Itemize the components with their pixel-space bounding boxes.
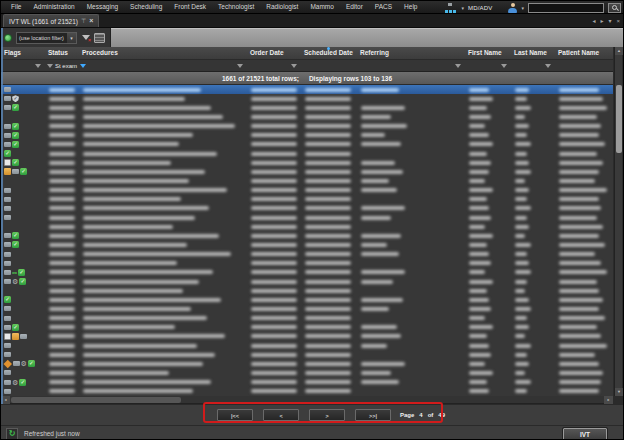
table-row[interactable] xyxy=(1,186,613,195)
tab-scroll-right-icon[interactable]: ▸ xyxy=(600,17,603,25)
table-row[interactable] xyxy=(1,368,613,377)
menu-file[interactable]: File xyxy=(5,1,27,13)
clear-filter-icon[interactable]: × xyxy=(81,33,90,42)
table-row[interactable]: ∞✓ xyxy=(1,268,613,277)
table-row[interactable] xyxy=(1,176,613,185)
table-row[interactable]: ⚙✓ xyxy=(1,378,613,387)
filter-cell-scheduled-date[interactable] xyxy=(301,60,357,71)
table-row[interactable] xyxy=(1,222,613,231)
table-row[interactable]: ✓ xyxy=(1,103,613,112)
table-row[interactable] xyxy=(1,259,613,268)
scroll-down-icon[interactable]: ▼ xyxy=(615,388,623,396)
column-header-scheduled-date[interactable]: Scheduled Date xyxy=(301,47,357,59)
filter-cell-referring[interactable] xyxy=(357,60,465,71)
previous-page-button[interactable]: < xyxy=(263,409,299,421)
table-row[interactable] xyxy=(1,250,613,259)
column-header-flags[interactable]: Flags xyxy=(1,47,45,59)
column-header-referring[interactable]: Referring xyxy=(357,47,465,59)
filter-funnel-icon[interactable] xyxy=(545,64,551,68)
column-header-patient-name[interactable]: Patient Name xyxy=(555,47,613,59)
menu-administration[interactable]: Administration xyxy=(27,1,80,13)
tab-ivt-worklist[interactable]: IVT WL (1661 of 21521) ⊤ × xyxy=(3,14,99,27)
scroll-up-icon[interactable]: ▲ xyxy=(615,47,623,55)
vertical-scrollbar[interactable]: ▲ ▼ xyxy=(614,47,622,396)
table-row[interactable]: ⚙✓ xyxy=(1,359,613,368)
user-icon[interactable] xyxy=(508,3,517,13)
menu-help[interactable]: Help xyxy=(398,1,423,13)
table-row[interactable]: ✓ xyxy=(1,131,613,140)
hierarchy-icon[interactable] xyxy=(444,3,457,13)
filter-funnel-icon[interactable] xyxy=(501,64,507,68)
tab-scroll-left-icon[interactable]: ◂ xyxy=(592,17,595,25)
ivt-context-button[interactable]: IVT xyxy=(563,428,607,440)
table-row[interactable] xyxy=(1,204,613,213)
filter-funnel-icon[interactable] xyxy=(35,64,41,68)
table-row[interactable]: ✓ xyxy=(1,240,613,249)
menu-mammo[interactable]: Mammo xyxy=(304,1,339,13)
refresh-icon[interactable]: ↻ xyxy=(6,428,18,440)
filter-cell-order-date[interactable] xyxy=(247,60,301,71)
chevron-down-icon[interactable]: ▾ xyxy=(521,3,524,13)
first-page-button[interactable]: |<< xyxy=(217,409,253,421)
filter-funnel-icon[interactable] xyxy=(47,64,53,68)
filter-funnel-icon[interactable] xyxy=(237,64,243,68)
table-row[interactable] xyxy=(1,304,613,313)
menu-editor[interactable]: Editor xyxy=(340,1,369,13)
grid-layout-icon[interactable] xyxy=(94,33,105,43)
next-page-button[interactable]: > xyxy=(309,409,345,421)
table-row[interactable]: ✓ xyxy=(1,122,613,131)
menu-pacs[interactable]: PACS xyxy=(369,1,398,13)
filter-cell-procedures[interactable] xyxy=(79,60,247,71)
horizontal-scroll-thumb[interactable] xyxy=(11,397,181,403)
menu-front-desk[interactable]: Front Desk xyxy=(168,1,212,13)
table-row[interactable]: ✓ xyxy=(1,149,613,158)
vertical-scroll-thumb[interactable] xyxy=(616,85,622,153)
filter-cell-first-name[interactable] xyxy=(465,60,511,71)
tab-close-all-icon[interactable]: × xyxy=(616,17,620,25)
filter-funnel-icon[interactable] xyxy=(291,64,297,68)
table-row[interactable]: ✓ xyxy=(1,231,613,240)
table-row[interactable]: ✓ xyxy=(1,323,613,332)
table-row[interactable]: ✓ xyxy=(1,167,613,176)
table-row[interactable] xyxy=(1,341,613,350)
chevron-down-icon[interactable]: ▾ xyxy=(67,33,76,43)
scroll-right-icon[interactable]: ▸ xyxy=(604,396,613,404)
table-row[interactable] xyxy=(1,332,613,341)
table-row[interactable] xyxy=(1,112,613,121)
table-row[interactable]: ✓ xyxy=(1,295,613,304)
table-row[interactable]: ✓ xyxy=(1,158,613,167)
pin-icon[interactable]: ⊤ xyxy=(81,16,86,26)
search-input[interactable] xyxy=(528,3,604,13)
table-row[interactable]: ✓ xyxy=(1,94,613,103)
table-row[interactable] xyxy=(1,314,613,323)
filter-cell-flags[interactable] xyxy=(1,60,45,71)
location-filter-dropdown[interactable]: (use location filter) ▾ xyxy=(16,32,77,44)
horizontal-scrollbar[interactable]: ◂ ▸ xyxy=(1,396,613,404)
column-header-order-date[interactable]: Order Date xyxy=(247,47,301,59)
menu-radiologist[interactable]: Radiologist xyxy=(260,1,304,13)
filter-cell-status[interactable]: St exam xyxy=(45,60,79,71)
column-header-first-name[interactable]: First Name xyxy=(465,47,511,59)
filter-cell-last-name[interactable] xyxy=(511,60,555,71)
table-row[interactable]: ✓ xyxy=(1,140,613,149)
table-row[interactable] xyxy=(1,213,613,222)
table-row[interactable] xyxy=(1,387,613,396)
table-row[interactable]: ⚙✓ xyxy=(1,277,613,286)
column-header-status[interactable]: Status xyxy=(45,47,79,59)
menu-messaging[interactable]: Messaging xyxy=(81,1,124,13)
close-icon[interactable]: × xyxy=(89,16,93,26)
search-button[interactable] xyxy=(608,3,621,13)
table-row[interactable] xyxy=(1,286,613,295)
menu-technologist[interactable]: Technologist xyxy=(212,1,260,13)
column-header-procedures[interactable]: Procedures xyxy=(79,47,247,59)
filter-cell-patient-name[interactable] xyxy=(555,60,613,71)
menu-scheduling[interactable]: Scheduling xyxy=(124,1,168,13)
chevron-down-icon[interactable]: ▾ xyxy=(461,3,464,13)
table-row[interactable] xyxy=(1,85,613,94)
table-row[interactable] xyxy=(1,350,613,359)
filter-funnel-icon[interactable] xyxy=(455,64,461,68)
last-page-button[interactable]: >>| xyxy=(355,409,391,421)
column-header-last-name[interactable]: Last Name xyxy=(511,47,555,59)
tab-list-icon[interactable]: ▾ xyxy=(608,17,611,25)
status-refresh-icon[interactable] xyxy=(4,34,12,42)
